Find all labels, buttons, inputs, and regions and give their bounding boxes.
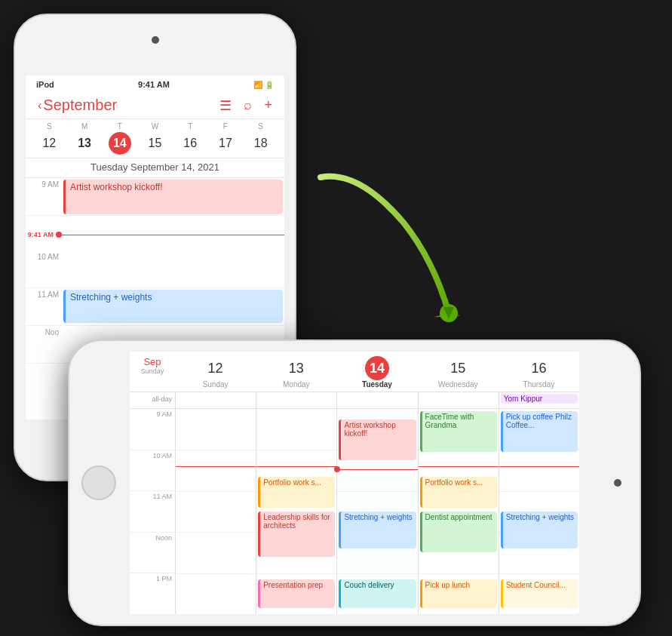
- time-row-10am: 10 AM: [26, 250, 284, 288]
- event-couch-delivery[interactable]: Couch delivery: [339, 579, 416, 608]
- camera-horizontal: [614, 479, 621, 487]
- event-pick-up-lunch[interactable]: Pick up lunch: [420, 579, 497, 608]
- current-time-bar-vertical: [62, 235, 284, 235]
- volume-down-btn[interactable]: [295, 119, 296, 142]
- allday-cell-sun: [175, 392, 256, 408]
- col-header-12[interactable]: 12 Sunday: [175, 352, 256, 392]
- status-bar-vertical: iPod 9:41 AM 📶 🔋: [26, 75, 284, 92]
- day-num-15: 15: [446, 356, 470, 380]
- time-label-9am: 9 AM: [26, 178, 62, 215]
- time-label-11am: 11 AM: [26, 288, 62, 325]
- current-time-line-sun: [176, 466, 256, 467]
- event-dentist[interactable]: Dentist appointment: [420, 512, 497, 552]
- time-content-10am: [62, 250, 284, 287]
- status-battery: 📶 🔋: [253, 81, 274, 89]
- status-time: 9:41 AM: [138, 80, 170, 89]
- time-label-noon: Noo: [26, 326, 62, 363]
- search-icon[interactable]: ⌕: [244, 97, 252, 114]
- day-col-fri[interactable]: F 17: [208, 122, 244, 155]
- day-col-thu[interactable]: T 16: [173, 122, 208, 155]
- hour-sep-1: [176, 450, 256, 450]
- day-name-wednesday: Wednesday: [438, 380, 478, 389]
- event-portfolio-wed[interactable]: Portfolio work s...: [420, 477, 497, 508]
- time-label-11am-h: 11 AM: [130, 491, 175, 533]
- col-header-13[interactable]: 13 Monday: [256, 352, 336, 392]
- time-label-10am: 10 AM: [26, 250, 62, 287]
- day-col-sat[interactable]: S 18: [243, 122, 278, 155]
- home-button-horizontal[interactable]: [81, 465, 116, 500]
- time-label-10am-h: 10 AM: [130, 450, 175, 492]
- event-artist-workshop-h[interactable]: Artist workshop kickoff!: [339, 419, 416, 460]
- wifi-icon: 📶: [253, 81, 262, 89]
- current-time-line-mon: [256, 466, 336, 467]
- battery-icon: 🔋: [265, 81, 274, 89]
- time-content-9am: Artist workshop kickoff!: [62, 178, 284, 215]
- day-col-monday-h: Portfolio work s... Leadership skills fo…: [256, 409, 336, 614]
- current-time-line-tue: [337, 466, 417, 472]
- day-col-wednesday-h: FaceTime with Grandma Portfolio work s..…: [418, 409, 499, 614]
- horizontal-calendar: Sep Sunday 12 Sunday 13 Monday 14 Tuesda…: [130, 352, 579, 614]
- hour-sep-2: [176, 491, 256, 492]
- current-time-dot-vertical: [56, 232, 62, 238]
- time-content-11am: Stretching + weights: [62, 288, 284, 325]
- day-col-tuesday-h: Artist workshop kickoff! Stretching + we…: [336, 409, 417, 614]
- current-time-line-wed: [419, 466, 499, 467]
- day-col-tue[interactable]: T 14: [102, 122, 137, 155]
- day-name-monday: Monday: [283, 380, 310, 389]
- current-time-label-vertical: 9:41 AM: [26, 231, 56, 238]
- arrow-container: [298, 162, 479, 336]
- current-time-line-vertical: 9:41 AM: [26, 231, 284, 238]
- allday-row: all-day Yom Kippur: [130, 392, 579, 409]
- sep-day-name: Sunday: [141, 367, 164, 375]
- event-pick-up-coffee[interactable]: Pick up coffee Philz Coffee...: [501, 411, 578, 452]
- time-labels-col: 9 AM 10 AM 11 AM Noon 1 PM: [130, 409, 175, 614]
- time-label-noon-h: Noon: [130, 533, 175, 574]
- event-facetime-grandma[interactable]: FaceTime with Grandma: [420, 411, 497, 452]
- date-label-vertical: Tuesday September 14, 2021: [26, 158, 284, 178]
- status-ipod: iPod: [36, 80, 54, 89]
- add-icon[interactable]: +: [264, 97, 272, 114]
- list-icon[interactable]: ☰: [219, 97, 232, 114]
- event-presentation-prep[interactable]: Presentation prep: [258, 579, 335, 608]
- day-name-thursday: Thursday: [523, 380, 555, 389]
- event-stretching-thu[interactable]: Stretching + weights: [501, 512, 578, 548]
- event-leadership-skills[interactable]: Leadership skills for architects: [258, 512, 335, 557]
- hour-sep-4: [176, 573, 256, 574]
- day-col-mon[interactable]: M 13: [67, 122, 103, 155]
- event-artist-workshop-vertical[interactable]: Artist workshop kickoff!: [63, 180, 283, 214]
- current-time-line-thu: [499, 466, 579, 467]
- header-icons-vertical: ☰ ⌕ +: [219, 97, 272, 114]
- event-student-council[interactable]: Student Council...: [501, 579, 578, 608]
- event-stretching-tue[interactable]: Stretching + weights: [339, 512, 416, 548]
- curved-arrow: [298, 162, 479, 336]
- time-row-11am: 11 AM Stretching + weights: [26, 288, 284, 326]
- allday-cell-wed: [418, 392, 499, 408]
- event-portfolio-monday[interactable]: Portfolio work s...: [258, 477, 335, 508]
- time-grid-horizontal: 9 AM 10 AM 11 AM Noon 1 PM: [130, 409, 579, 614]
- col-header-16[interactable]: 16 Thursday: [499, 352, 579, 392]
- back-chevron-icon[interactable]: ‹: [38, 99, 41, 112]
- day-col-wed[interactable]: W 15: [137, 122, 173, 155]
- day-name-sunday: Sunday: [203, 380, 229, 389]
- sep-label: Sep: [143, 356, 161, 367]
- day-col-sun[interactable]: S 12: [32, 122, 67, 155]
- col-header-sep: Sep Sunday: [130, 352, 175, 392]
- event-stretching-vertical[interactable]: Stretching + weights: [63, 290, 283, 323]
- hour-sep-3: [176, 532, 256, 533]
- camera-vertical: [152, 36, 159, 44]
- allday-cell-mon: [256, 392, 336, 408]
- time-label-9am-h: 9 AM: [130, 409, 175, 450]
- month-nav[interactable]: ‹ September: [38, 97, 117, 114]
- day-num-14-today: 14: [365, 356, 389, 380]
- time-label-1pm-h: 1 PM: [130, 573, 175, 614]
- col-header-14[interactable]: 14 Tuesday: [336, 352, 417, 392]
- horizontal-device: Sep Sunday 12 Sunday 13 Monday 14 Tuesda…: [68, 340, 641, 626]
- volume-up-btn[interactable]: [295, 91, 296, 113]
- time-row-9am: 9 AM Artist workshop kickoff!: [26, 178, 284, 216]
- allday-cell-tue: [336, 392, 417, 408]
- calendar-header-horizontal: Sep Sunday 12 Sunday 13 Monday 14 Tuesda…: [130, 352, 579, 392]
- event-yom-kippur[interactable]: Yom Kippur: [501, 394, 578, 404]
- day-num-16: 16: [526, 356, 551, 380]
- col-header-15[interactable]: 15 Wednesday: [418, 352, 499, 392]
- allday-label: all-day: [130, 392, 175, 408]
